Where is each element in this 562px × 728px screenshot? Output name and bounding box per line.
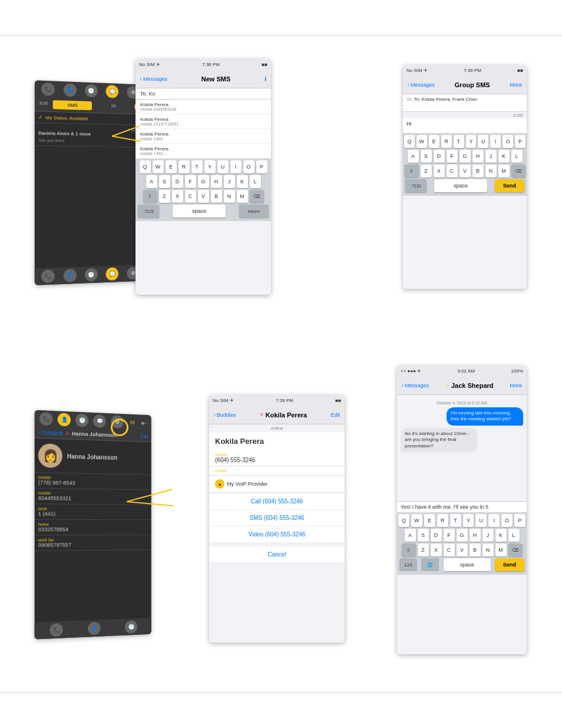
key-q-3[interactable]: Q: [404, 135, 415, 148]
key-space-3[interactable]: space: [434, 179, 487, 192]
key-m[interactable]: M: [237, 190, 248, 203]
key-z-7[interactable]: Z: [418, 543, 429, 556]
sms-tab[interactable]: SMS: [52, 100, 92, 110]
back-button-3[interactable]: ‹ Messages: [408, 82, 435, 88]
contacts-icon-bottom[interactable]: 👤: [64, 269, 77, 282]
to-field[interactable]: To: Ko: [135, 88, 271, 100]
messages-nav-icon[interactable]: 💬: [106, 85, 118, 98]
contacts-back[interactable]: ‹ Contacts: [38, 429, 63, 436]
key-c-3[interactable]: C: [447, 164, 458, 177]
key-p-3[interactable]: P: [515, 135, 525, 148]
contacts-icon-4[interactable]: 👤: [58, 413, 71, 426]
key-globe-7[interactable]: 🌐: [421, 558, 439, 571]
key-t-3[interactable]: T: [454, 135, 464, 148]
send-button-7[interactable]: Send: [495, 558, 524, 571]
key-b-3[interactable]: B: [472, 164, 484, 177]
more-button-3[interactable]: More: [510, 82, 522, 88]
key-h-3[interactable]: H: [472, 150, 484, 163]
phone-nav-icon[interactable]: 📞: [41, 83, 55, 96]
key-a-7[interactable]: A: [405, 529, 416, 542]
key-z-3[interactable]: Z: [421, 164, 432, 177]
contacts-nav-icon[interactable]: 👤: [64, 83, 77, 97]
key-k[interactable]: K: [237, 175, 248, 188]
phone-icon-4b[interactable]: 📞: [49, 623, 62, 637]
key-r[interactable]: R: [178, 160, 190, 173]
key-u[interactable]: U: [217, 160, 229, 173]
key-h[interactable]: H: [211, 175, 222, 188]
key-v[interactable]: V: [198, 190, 209, 203]
key-a-3[interactable]: A: [408, 150, 419, 163]
key-k-7[interactable]: K: [495, 529, 507, 542]
more-btn-7[interactable]: More: [510, 383, 522, 388]
key-c[interactable]: C: [185, 190, 196, 203]
key-g-7[interactable]: G: [457, 529, 468, 542]
key-q-7[interactable]: Q: [398, 514, 409, 527]
key-backspace-3[interactable]: ⌫: [511, 164, 525, 177]
cancel-button[interactable]: Cancel: [209, 546, 345, 563]
key-f-3[interactable]: F: [447, 150, 458, 163]
phone-icon-4[interactable]: 📞: [39, 412, 53, 426]
key-return[interactable]: return: [239, 205, 269, 218]
key-d-7[interactable]: D: [431, 529, 442, 542]
key-h-7[interactable]: H: [470, 529, 481, 542]
video-button[interactable]: Video (604) 555-3246: [209, 526, 345, 543]
key-s[interactable]: S: [159, 175, 170, 188]
key-e-3[interactable]: E: [429, 135, 439, 148]
key-x[interactable]: X: [172, 190, 183, 203]
edit-btn-4[interactable]: Edit: [140, 433, 148, 439]
key-p-7[interactable]: P: [514, 514, 525, 527]
key-i-7[interactable]: I: [488, 514, 500, 527]
key-e[interactable]: E: [166, 160, 177, 173]
key-n-3[interactable]: N: [485, 164, 497, 177]
back-button-7[interactable]: ‹ Messages: [402, 383, 429, 388]
key-y[interactable]: Y: [204, 160, 216, 173]
sms-button[interactable]: SMS (604) 555-3246: [209, 510, 345, 526]
key-p[interactable]: P: [256, 160, 267, 173]
key-z[interactable]: Z: [159, 190, 170, 203]
message-item[interactable]: Daniela Alves & 1 more 7:30 PM See you t…: [35, 123, 146, 148]
key-u-3[interactable]: U: [478, 135, 488, 148]
contact-item-4[interactable]: Kokila Perera mobile +450...: [135, 144, 271, 159]
key-b[interactable]: B: [211, 190, 222, 203]
key-n-7[interactable]: N: [482, 543, 494, 556]
key-o[interactable]: O: [243, 160, 254, 173]
send-button-3[interactable]: Send: [495, 179, 524, 192]
key-r-3[interactable]: R: [441, 135, 452, 148]
key-u-7[interactable]: U: [475, 514, 487, 527]
key-s-3[interactable]: S: [421, 150, 432, 163]
edit-btn-6[interactable]: Edit: [330, 412, 340, 418]
key-w-7[interactable]: W: [411, 514, 422, 527]
key-m-3[interactable]: M: [498, 164, 510, 177]
key-n[interactable]: N: [224, 190, 235, 203]
history-icon-bottom[interactable]: 🕐: [85, 268, 98, 282]
to-field-group[interactable]: To: To: Kokila Perera, Frank Chan: [403, 94, 527, 112]
back-button[interactable]: ‹ Messages: [140, 76, 167, 82]
key-v-3[interactable]: V: [459, 164, 471, 177]
key-o-3[interactable]: O: [503, 135, 513, 148]
key-v-7[interactable]: V: [457, 543, 468, 556]
key-t[interactable]: T: [191, 160, 203, 173]
key-b-7[interactable]: B: [470, 543, 481, 556]
key-backspace-7[interactable]: ⌫: [508, 543, 523, 556]
key-shift-7[interactable]: ⇧: [402, 543, 416, 556]
key-num-3[interactable]: .?123: [405, 179, 427, 192]
key-y-7[interactable]: Y: [463, 514, 474, 527]
im-tab[interactable]: IM: [94, 101, 133, 112]
key-k-3[interactable]: K: [498, 150, 510, 163]
key-f[interactable]: F: [185, 175, 196, 188]
key-j-7[interactable]: J: [482, 529, 494, 542]
key-space[interactable]: space: [173, 205, 226, 218]
contacts-icon-4b[interactable]: 👤: [88, 622, 101, 635]
key-w-3[interactable]: W: [416, 135, 427, 148]
key-123-7[interactable]: 123: [399, 558, 417, 571]
key-m-7[interactable]: M: [495, 543, 507, 556]
contact-item-2[interactable]: Kokila Perera mobile 15197719031: [135, 114, 271, 129]
key-a[interactable]: A: [146, 175, 157, 188]
history-icon-4[interactable]: 🕐: [75, 414, 88, 427]
key-x-7[interactable]: X: [431, 543, 442, 556]
key-y-3[interactable]: Y: [466, 135, 477, 148]
key-l-3[interactable]: L: [511, 150, 523, 163]
key-q[interactable]: Q: [140, 160, 151, 173]
compose-area[interactable]: Hi: [403, 118, 527, 133]
key-space-7[interactable]: space: [444, 558, 491, 571]
